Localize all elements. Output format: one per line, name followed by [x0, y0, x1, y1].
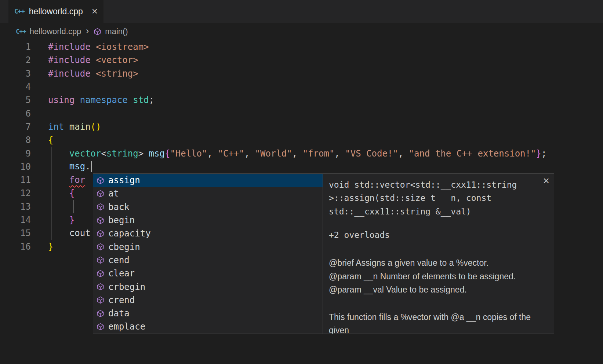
line-number: 2: [0, 55, 31, 65]
suggest-item-assign[interactable]: assign: [93, 174, 323, 187]
code-token: #include: [48, 42, 91, 52]
method-icon: [97, 177, 104, 184]
suggest-item-at[interactable]: at: [93, 187, 323, 200]
docs-brief: @brief Assigns a given value to a %vecto…: [329, 256, 537, 270]
code-text: cout: [48, 228, 91, 238]
method-icon: [97, 256, 104, 264]
code-token: std: [133, 95, 149, 105]
code-token: [91, 55, 96, 65]
line-number: 7: [0, 122, 31, 132]
docs-overloads: +2 overloads: [329, 228, 537, 242]
code-token: {: [165, 148, 170, 159]
line-number: 12: [0, 188, 31, 198]
suggest-item-label: crbegin: [108, 282, 145, 292]
code-token: [64, 122, 69, 132]
tab-helloworld-cpp[interactable]: C++ helloworld.cpp ×: [8, 0, 103, 23]
code-token: ,: [334, 148, 345, 159]
suggest-item-label: at: [108, 188, 119, 199]
code-line-5[interactable]: 5using namespace std;: [0, 93, 603, 107]
method-icon: [97, 323, 104, 331]
code-line-2[interactable]: 2#include <vector>: [0, 54, 603, 67]
docs-body: This function fills a %vector with @a __…: [329, 310, 537, 334]
code-text: for: [48, 175, 85, 185]
code-token: [91, 42, 96, 52]
code-line-8[interactable]: 8{: [0, 133, 603, 147]
suggest-item-emplace[interactable]: emplace: [93, 320, 323, 333]
code-text: {: [48, 188, 75, 198]
code-token: "from": [303, 148, 335, 159]
line-number: 4: [0, 82, 31, 92]
text-cursor: [91, 161, 92, 172]
code-token: "C++": [218, 148, 244, 159]
code-text: }: [48, 215, 75, 225]
vscode-window: C++ helloworld.cpp × C++ helloworld.cpp …: [0, 0, 603, 364]
method-icon: [97, 283, 104, 291]
suggest-item-crbegin[interactable]: crbegin: [93, 280, 323, 293]
method-icon: [97, 270, 104, 277]
line-number: 16: [0, 242, 31, 252]
code-token: [75, 95, 80, 105]
code-token: namespace: [80, 95, 128, 105]
code-token: [128, 95, 133, 105]
suggest-item-back[interactable]: back: [93, 201, 323, 214]
line-number: 9: [0, 148, 31, 159]
line-number: 13: [0, 202, 31, 212]
tab-bar: C++ helloworld.cpp ×: [0, 0, 603, 23]
code-token: <: [101, 148, 106, 159]
code-token: {: [69, 188, 75, 198]
code-text: #include <vector>: [48, 55, 138, 65]
code-text: vector<string> msg{"Hello", "C++", "Worl…: [48, 148, 546, 159]
breadcrumb-symbol[interactable]: main(): [105, 27, 128, 36]
code-token: main: [69, 122, 91, 132]
code-text: {: [48, 135, 53, 145]
code-line-9[interactable]: 9 vector<string> msg{"Hello", "C++", "Wo…: [0, 147, 603, 160]
code-text: int main(): [48, 122, 101, 132]
method-icon: [97, 296, 104, 304]
suggest-item-clear[interactable]: clear: [93, 267, 323, 280]
suggest-item-label: crend: [108, 295, 135, 305]
suggest-item-data[interactable]: data: [93, 307, 323, 320]
breadcrumb-file[interactable]: helloworld.cpp: [30, 27, 81, 36]
symbol-method-icon: [94, 28, 101, 36]
code-line-4[interactable]: 4: [0, 80, 603, 93]
code-token: <string>: [96, 69, 138, 79]
close-icon[interactable]: ×: [543, 174, 549, 187]
docs-signature: void std::vector<std::__cxx11::string >:…: [329, 178, 537, 218]
code-line-6[interactable]: 6: [0, 107, 603, 120]
code-token: #include: [48, 55, 91, 65]
chevron-right-icon: ›: [86, 26, 89, 36]
code-token: .: [85, 161, 90, 172]
line-number: 11: [0, 175, 31, 185]
code-token: ,: [244, 148, 255, 159]
code-token: string: [106, 148, 138, 159]
indent-guide: [51, 147, 52, 240]
suggest-item-label: back: [108, 202, 130, 212]
line-number: 3: [0, 69, 31, 79]
code-token: ,: [398, 148, 409, 159]
cpp-file-icon: C++: [16, 28, 26, 35]
suggest-item-begin[interactable]: begin: [93, 214, 323, 227]
method-icon: [97, 230, 104, 238]
method-icon: [97, 310, 104, 317]
code-line-7[interactable]: 7int main(): [0, 120, 603, 133]
code-token: int: [48, 122, 64, 132]
code-token: (): [91, 122, 101, 132]
suggest-item-cbegin[interactable]: cbegin: [93, 240, 323, 253]
suggest-item-label: emplace: [108, 321, 145, 332]
code-token: ,: [292, 148, 303, 159]
code-line-1[interactable]: 1#include <iostream>: [0, 40, 603, 54]
code-text: #include <string>: [48, 69, 138, 79]
tab-close-icon[interactable]: ×: [92, 6, 98, 16]
method-icon: [97, 203, 104, 211]
line-number: 15: [0, 228, 31, 238]
code-line-10[interactable]: 10 msg.: [0, 160, 603, 173]
suggest-item-label: data: [108, 308, 130, 319]
code-line-3[interactable]: 3#include <string>: [0, 67, 603, 80]
tab-title: helloworld.cpp: [29, 7, 83, 16]
code-text: using namespace std;: [48, 95, 154, 105]
suggest-widget: assign at back begin capacity cbegin cen…: [93, 173, 323, 334]
suggest-item-cend[interactable]: cend: [93, 254, 323, 267]
suggest-item-crend[interactable]: crend: [93, 294, 323, 307]
suggest-item-capacity[interactable]: capacity: [93, 227, 323, 240]
code-token: <vector>: [96, 55, 138, 65]
